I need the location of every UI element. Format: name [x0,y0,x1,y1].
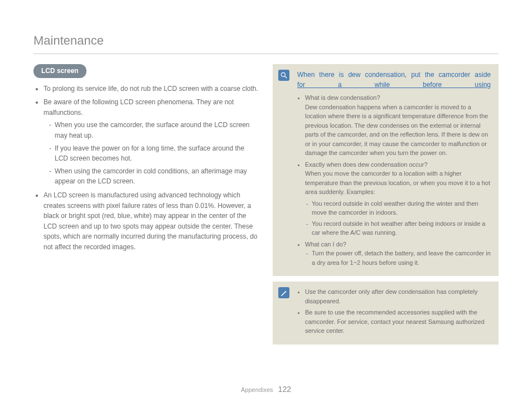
list-item: When you use the camcorder, the surface … [49,120,259,140]
list-item: You record outside in cold weather durin… [306,199,491,217]
content-columns: LCD screen To prolong its service life, … [33,64,499,350]
page-number: 122 [278,385,291,394]
list-item: If you leave the power on for a long tim… [49,143,259,164]
list-item: What can I do? Turn the power off, detac… [305,240,491,268]
list-item-text: Be aware of the following LCD screen phe… [43,98,234,117]
note-icon [278,287,289,298]
section-badge-lcd: LCD screen [33,64,86,78]
sub-list: When you use the camcorder, the surface … [43,120,259,187]
svg-point-0 [281,72,285,76]
info-box-dew: When there is dew condensation, put the … [273,64,499,276]
list-item: You record outside in hot weather after … [306,219,491,238]
svg-line-1 [285,76,287,79]
right-column: When there is dew condensation, put the … [273,64,499,350]
left-column: LCD screen To prolong its service life, … [33,64,259,350]
question-text: What is dew condensation? [305,94,380,101]
question-text: What can I do? [305,241,346,248]
list-item: What is dew condensation? Dew condensati… [305,93,491,158]
lcd-list: To prolong its service life, do not rub … [33,84,259,253]
info-box-title: When there is dew condensation, put the … [297,70,491,90]
footer-section-label: Appendixes [241,386,273,393]
list-item: An LCD screen is manufactured using adva… [43,190,259,253]
magnifier-icon [278,70,289,81]
note-list: Use the camcorder only after dew condens… [297,287,491,336]
page-footer: Appendixes 122 [0,385,532,394]
title-line-2: for a while before using [297,81,491,89]
list-item: When using the camcorder in cold conditi… [49,166,259,187]
list-item: To prolong its service life, do not rub … [43,84,259,94]
question-text: Exactly when does dew condensation occur… [305,161,428,168]
title-line-1: When there is dew condensation, put the … [297,71,491,79]
list-item: Be aware of the following LCD screen phe… [43,97,259,187]
dash-list: You record outside in cold weather durin… [305,199,491,238]
info-box-note: Use the camcorder only after dew condens… [273,282,499,345]
answer-text: Dew condensation happens when a camcorde… [305,103,491,158]
list-item: Turn the power off, detach the battery, … [306,249,491,267]
dash-list: Turn the power off, detach the battery, … [305,249,491,267]
answer-text: When you move the camcorder to a locatio… [305,169,491,197]
list-item: Use the camcorder only after dew condens… [305,287,491,306]
page-title: Maintenance [33,33,499,54]
list-item: Be sure to use the recommended accessori… [305,308,491,336]
list-item: Exactly when does dew condensation occur… [305,160,491,238]
dew-list: What is dew condensation? Dew condensati… [297,93,491,267]
